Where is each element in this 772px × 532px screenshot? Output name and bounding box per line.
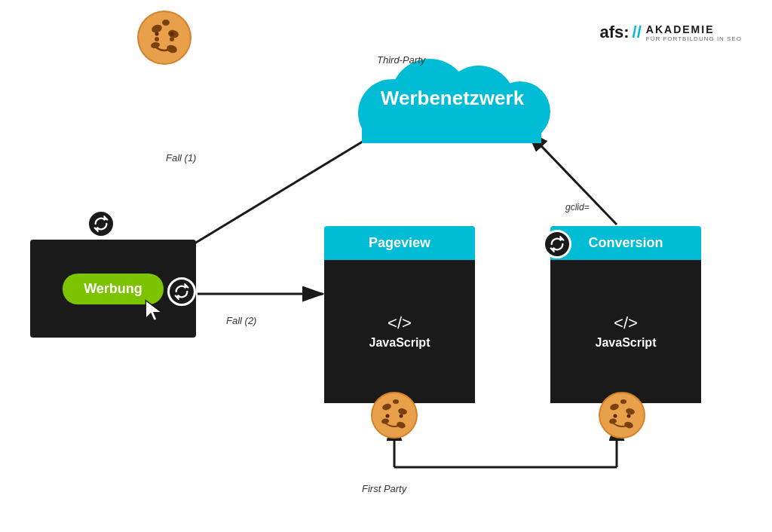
logo-akademie-label: AKADEMIE [646, 23, 742, 35]
label-fall1: Fall (1) [166, 152, 196, 164]
pageview-js-label: JavaScript [369, 336, 430, 350]
pageview-body: </> JavaScript [324, 260, 475, 403]
svg-marker-25 [146, 301, 161, 321]
cursor-icon [142, 298, 166, 328]
cookie-conversion [596, 389, 648, 442]
cloud-text: Werbenetzwerk [347, 87, 558, 110]
logo-slashes: // [633, 23, 642, 42]
svg-point-22 [170, 37, 174, 41]
conversion-body: </> JavaScript [550, 260, 701, 403]
svg-point-42 [614, 414, 617, 418]
cookie-cloud [134, 8, 195, 68]
reload-icon-top [87, 209, 115, 238]
logo-subtitle: FÜR FORTBILDUNG IN SEO [646, 35, 742, 42]
label-third-party: Third-Party [377, 54, 425, 66]
svg-point-15 [139, 12, 190, 63]
pageview-js-icon: </> [388, 313, 412, 333]
cloud-container: Werbenetzwerk [347, 30, 558, 151]
logo-akademie-block: AKADEMIE FÜR FORTBILDUNG IN SEO [646, 23, 742, 42]
reload-icon-conversion [543, 230, 571, 258]
svg-point-32 [393, 399, 399, 404]
svg-point-20 [162, 20, 170, 26]
cookie-pageview [368, 389, 421, 442]
svg-point-21 [155, 37, 159, 41]
svg-point-24 [170, 32, 174, 36]
logo: afs: // AKADEMIE FÜR FORTBILDUNG IN SEO [599, 23, 742, 42]
pageview-header: Pageview [324, 226, 475, 260]
svg-point-43 [627, 414, 631, 418]
svg-rect-13 [362, 112, 541, 143]
label-first-party: First Party [362, 483, 406, 494]
conversion-js-icon: </> [614, 313, 638, 333]
svg-point-34 [400, 414, 403, 418]
label-gclid: gclid= [565, 202, 590, 212]
svg-point-23 [155, 32, 159, 36]
reload-icon-ad [167, 277, 196, 306]
conversion-header: Conversion [550, 226, 701, 260]
panel-conversion: Conversion </> JavaScript [550, 226, 701, 414]
svg-point-33 [386, 414, 390, 418]
logo-afs: afs: [599, 23, 629, 42]
label-fall2: Fall (2) [226, 315, 256, 326]
panel-pageview: Pageview </> JavaScript [324, 226, 475, 414]
conversion-js-label: JavaScript [596, 336, 657, 350]
svg-point-41 [620, 399, 626, 404]
